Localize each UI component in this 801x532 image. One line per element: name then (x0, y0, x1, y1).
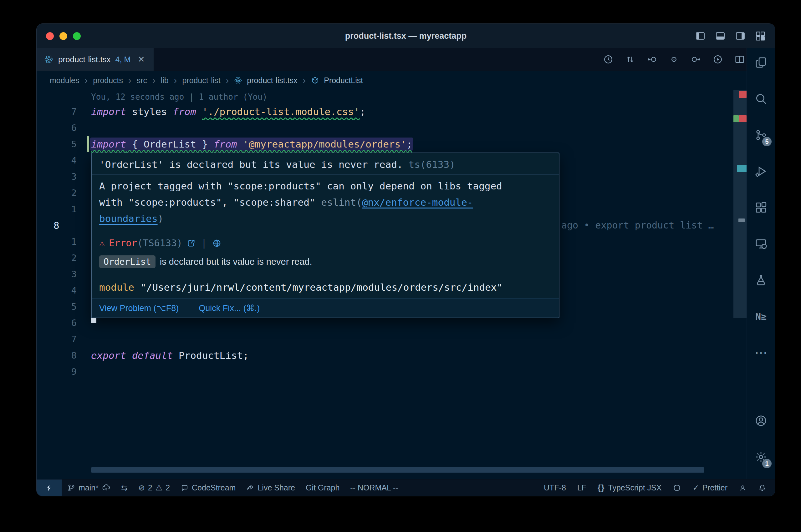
globe-icon[interactable] (212, 239, 221, 248)
breadcrumb-item[interactable]: products (93, 76, 123, 85)
line-number[interactable]: 7 (37, 331, 91, 347)
vertical-scrollbar-thumb[interactable] (733, 90, 747, 318)
git-graph-item[interactable]: Git Graph (306, 483, 340, 492)
code-line[interactable]: import styles from './product-list.modul… (91, 103, 733, 120)
next-change-icon[interactable] (690, 54, 702, 65)
open-external-icon[interactable] (186, 239, 196, 248)
hover-resize-grip[interactable] (91, 318, 96, 323)
customize-layout-icon[interactable] (755, 31, 766, 41)
line-number[interactable]: 2 (37, 185, 91, 201)
line-number[interactable]: 6 (37, 315, 91, 331)
toggle-panel-icon[interactable] (715, 31, 726, 41)
account-icon[interactable] (750, 410, 772, 432)
code-line[interactable] (91, 120, 733, 136)
settings-badge: 1 (762, 459, 771, 468)
diff-marker (733, 115, 739, 122)
prettier-indicator[interactable]: ✓ Prettier (692, 483, 727, 492)
line-number[interactable]: 5 (37, 136, 91, 152)
github-icon[interactable] (673, 483, 681, 492)
scm-badge: 5 (762, 137, 771, 146)
comment-bubble-icon (181, 484, 189, 492)
line-number[interactable]: 5 (37, 299, 91, 315)
symbol-chip: OrderList (99, 255, 156, 268)
warning-triangle-icon: ⚠ (156, 483, 162, 492)
remote-indicator[interactable] (37, 479, 62, 496)
split-editor-icon[interactable] (734, 54, 746, 65)
remote-explorer-icon[interactable] (750, 232, 772, 255)
view-problem-link[interactable]: View Problem (⌥F8) (99, 303, 179, 313)
search-icon[interactable] (750, 88, 772, 110)
breadcrumb-item-file[interactable]: product-list.tsx (247, 76, 297, 85)
run-code-icon[interactable] (712, 54, 724, 65)
open-changes-icon[interactable] (624, 54, 636, 65)
extensions-icon[interactable] (750, 196, 772, 219)
hover-footer: View Problem (⌥F8) Quick Fix... (⌘.) (92, 299, 559, 318)
diff-marker (739, 115, 747, 122)
nx-console-icon[interactable]: N≥ (750, 305, 772, 327)
changes-icon[interactable] (668, 54, 680, 65)
line-number[interactable]: 3 (37, 169, 91, 185)
window-title: product-list.tsx — myreactapp (37, 24, 775, 48)
language-indicator[interactable]: {} TypeScript JSX (598, 483, 661, 492)
hover-message-text: 'OrderList' is declared but its value is… (99, 159, 403, 170)
horizontal-scrollbar[interactable] (91, 467, 704, 473)
line-number[interactable]: 2 (37, 250, 91, 266)
previous-change-icon[interactable] (646, 54, 658, 65)
line-number[interactable]: 8 (37, 217, 91, 233)
breadcrumb-item[interactable]: modules (50, 76, 79, 85)
settings-gear-icon[interactable]: 1 (750, 446, 772, 468)
prettier-label: Prettier (702, 483, 727, 492)
line-number[interactable]: 8 (37, 347, 91, 363)
chevron-right-icon: › (302, 75, 307, 86)
code-line[interactable]: import { OrderList } from '@myreactapp/m… (91, 136, 733, 152)
line-number[interactable]: 1 (37, 201, 91, 217)
hover-error-row: ⚠ Error(TS6133) | (92, 231, 559, 250)
tab-close-icon[interactable]: ✕ (138, 54, 145, 64)
live-share-item[interactable]: Live Share (246, 483, 295, 492)
source-control-icon[interactable]: 5 (750, 124, 772, 146)
additional-views-icon[interactable]: ⋯ (750, 341, 772, 364)
breadcrumb-item[interactable]: src (137, 76, 147, 85)
branch-name: main* (78, 483, 98, 492)
line-number[interactable]: 4 (37, 152, 91, 169)
tab-bar: product-list.tsx 4, M ✕ (37, 48, 775, 71)
code-line[interactable] (91, 363, 733, 380)
error-circle-icon: ⊘ (138, 483, 145, 492)
hover-error-detail: OrderList is declared but its value is n… (92, 250, 559, 276)
line-number[interactable]: 9 (37, 363, 91, 380)
breadcrumb-item[interactable]: product-list (182, 76, 220, 85)
codestream-item[interactable]: CodeStream (181, 483, 236, 492)
title-bar: product-list.tsx — myreactapp (37, 24, 775, 48)
module-keyword: module (99, 282, 134, 293)
code-line[interactable]: export default ProductList; (91, 347, 733, 363)
detail-text: is declared but its value is never read. (160, 256, 312, 267)
code-line[interactable] (91, 331, 733, 347)
encoding-indicator[interactable]: UTF-8 (544, 483, 566, 492)
line-number[interactable]: 1 (37, 233, 91, 250)
gitlens-compare-icon[interactable]: ⇆ (121, 483, 128, 492)
toggle-secondary-sidebar-icon[interactable] (735, 31, 746, 41)
problems-indicator[interactable]: ⊘ 2 ⚠ 2 (138, 483, 170, 492)
react-file-icon (44, 55, 54, 64)
tab-product-list[interactable]: product-list.tsx 4, M ✕ (37, 48, 154, 71)
line-number[interactable]: 7 (37, 103, 91, 120)
breadcrumb-item-symbol[interactable]: ProductList (324, 76, 363, 85)
line-number[interactable]: 6 (37, 120, 91, 136)
line-number[interactable]: 4 (37, 282, 91, 299)
timeline-history-icon[interactable] (602, 54, 614, 65)
gitlens-icon[interactable] (739, 484, 747, 492)
line-number[interactable]: 3 (37, 266, 91, 282)
toggle-primary-sidebar-icon[interactable] (695, 31, 706, 41)
publish-cloud-icon (102, 483, 110, 492)
notifications-bell-icon[interactable] (758, 484, 766, 492)
eol-indicator[interactable]: LF (577, 483, 586, 492)
status-bar: main* ⇆ ⊘ 2 ⚠ 2 CodeStream Live S (37, 479, 775, 496)
vim-mode-indicator[interactable]: -- NORMAL -- (350, 483, 398, 492)
branch-indicator[interactable]: main* (67, 483, 110, 492)
explorer-icon[interactable] (750, 51, 772, 74)
quick-fix-link[interactable]: Quick Fix... (⌘.) (199, 303, 260, 313)
run-debug-icon[interactable] (750, 160, 772, 183)
testing-icon[interactable] (750, 269, 772, 291)
error-count: 2 (148, 483, 152, 492)
breadcrumb-item[interactable]: lib (161, 76, 169, 85)
